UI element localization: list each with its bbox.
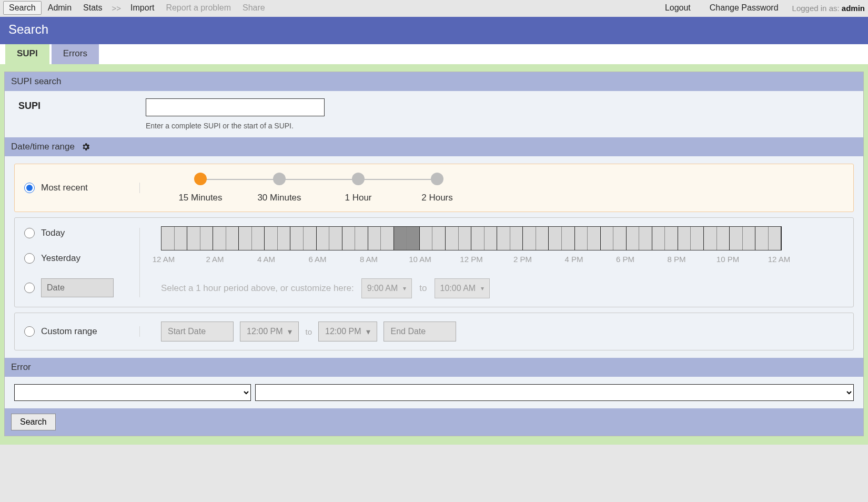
timeline-cell[interactable] [200,227,214,250]
timeline-cell[interactable] [162,227,175,250]
most-recent-row: Most recent 15 Minutes [14,164,854,212]
timeline-cell[interactable] [317,227,330,250]
timeline-cell[interactable] [717,227,730,250]
timeline[interactable] [161,226,782,250]
timeline-cell[interactable] [239,227,252,250]
timeline-cell[interactable] [278,227,291,250]
nav-import[interactable]: Import [125,2,159,14]
nav-more-sep: >> [109,4,125,13]
timeline-cell[interactable] [536,227,549,250]
radio-custom-range[interactable]: Custom range [24,326,135,337]
timeline-hour-label: 8 AM [353,255,385,264]
timeline-cell[interactable] [549,227,562,250]
nav-report-problem: Report a problem [160,2,236,14]
period-from-select[interactable]: 9:00 AM ▾ [361,278,412,298]
step-30min[interactable]: 30 Minutes [240,173,319,203]
timeline-cell[interactable] [368,227,381,250]
timeline-cell[interactable] [691,227,704,250]
radio-today-label: Today [41,228,65,238]
timeline-cell[interactable] [355,227,368,250]
radio-date[interactable]: Date [24,278,135,297]
timeline-hour-label: 6 AM [302,255,334,264]
timeline-cell[interactable] [730,227,743,250]
datetime-range-title: Date/time range [11,142,75,152]
timeline-cell[interactable] [407,227,420,250]
radio-today[interactable]: Today [24,228,135,238]
timeline-cell[interactable] [290,227,304,250]
timeline-cell[interactable] [497,227,510,250]
timeline-cell[interactable] [446,227,459,250]
timeline-cell[interactable] [575,227,588,250]
tab-supi[interactable]: SUPI [5,44,49,64]
timeline-cell[interactable] [471,227,485,250]
timeline-cell[interactable] [265,227,278,250]
radio-yesterday[interactable]: Yesterday [24,253,135,264]
timeline-cell[interactable] [588,227,601,250]
timeline-hour-label: 6 PM [610,255,641,264]
logged-in-text: Logged in as: admin [792,4,865,13]
timeline-cell[interactable] [226,227,239,250]
timeline-cell[interactable] [252,227,265,250]
timeline-hour-label: 8 PM [661,255,692,264]
timeline-cell[interactable] [665,227,678,250]
timeline-cell[interactable] [613,227,627,250]
timeline-cell[interactable] [510,227,523,250]
nav-logout[interactable]: Logout [660,2,696,14]
nav-change-password[interactable]: Change Password [704,2,784,14]
supi-input[interactable] [146,98,325,116]
radio-most-recent-label: Most recent [41,183,88,193]
timeline-hour-label: 12 PM [456,255,487,264]
search-button[interactable]: Search [11,414,56,430]
chevron-down-icon: ▾ [366,327,370,337]
timeline-cell[interactable] [394,227,407,250]
supi-label: SUPI [14,98,135,112]
timeline-cell[interactable] [329,227,342,250]
timeline-cell[interactable] [420,227,433,250]
timeline-cell[interactable] [485,227,498,250]
timeline-cell[interactable] [381,227,394,250]
radio-most-recent[interactable]: Most recent [24,183,135,193]
nav-admin[interactable]: Admin [43,2,77,14]
timeline-cell[interactable] [652,227,665,250]
timeline-cell[interactable] [459,227,472,250]
step-2hours[interactable]: 2 Hours [398,173,477,203]
timeline-cell[interactable] [523,227,536,250]
radio-yesterday-label: Yesterday [41,253,80,264]
timeline-cell[interactable] [627,227,640,250]
nav-stats[interactable]: Stats [78,2,107,14]
custom-to-word: to [305,327,312,336]
timeline-cell[interactable] [639,227,652,250]
timeline-cell[interactable] [769,227,782,250]
timeline-cell[interactable] [743,227,756,250]
tab-errors[interactable]: Errors [52,44,99,64]
step-15min[interactable]: 15 Minutes [161,173,240,203]
period-to-select[interactable]: 10:00 AM ▾ [435,278,490,298]
timeline-hour-label: 12 AM [763,255,795,264]
timeline-cell[interactable] [175,227,188,250]
error-select-2[interactable] [255,384,854,401]
timeline-cell[interactable] [678,227,691,250]
timeline-cell[interactable] [342,227,356,250]
timeline-cell[interactable] [432,227,446,250]
radio-custom-label: Custom range [41,326,97,337]
timeline-cell[interactable] [187,227,200,250]
step-slider[interactable]: 15 Minutes 30 Minutes 1 Hour [161,173,477,203]
error-select-1[interactable] [14,384,251,401]
timeline-cell[interactable] [755,227,769,250]
timeline-cell[interactable] [704,227,717,250]
timeline-cell[interactable] [213,227,226,250]
date-picker[interactable]: Date [41,278,114,297]
start-time-select[interactable]: 12:00 PM ▾ [240,322,299,342]
timeline-cell[interactable] [304,227,317,250]
timeline-hour-label: 2 AM [199,255,231,264]
step-1hour[interactable]: 1 Hour [319,173,398,203]
start-date-picker[interactable]: Start Date [161,322,234,342]
gear-icon[interactable] [81,142,90,152]
end-date-picker[interactable]: End Date [383,322,456,342]
nav-search[interactable]: Search [3,1,42,15]
timeline-cell[interactable] [601,227,614,250]
datetime-range-header: Date/time range [5,137,863,156]
custom-range-row: Custom range Start Date 12:00 PM ▾ to [14,313,854,350]
timeline-cell[interactable] [562,227,575,250]
end-time-select[interactable]: 12:00 PM ▾ [318,322,377,342]
